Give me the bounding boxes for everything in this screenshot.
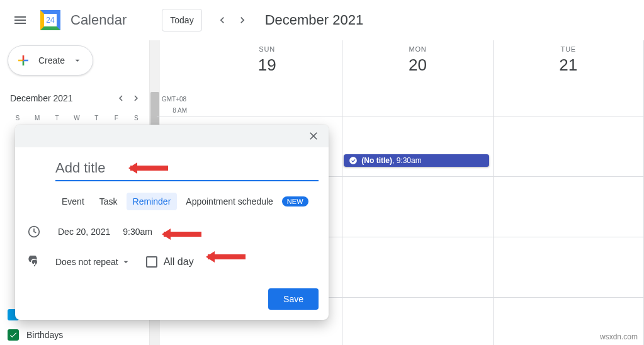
event-time: 9:30am: [397, 156, 422, 165]
annotation-arrow: [130, 166, 168, 171]
app-title: Calendar: [71, 12, 127, 28]
tab-task[interactable]: Task: [93, 193, 124, 210]
tab-event[interactable]: Event: [55, 193, 91, 210]
day-header[interactable]: MON 20: [342, 40, 493, 93]
allday-checkbox[interactable]: [146, 256, 157, 268]
repeat-value: Does not repeat: [55, 257, 118, 267]
repeat-row: Does not repeat All day: [55, 253, 319, 271]
repeat-select[interactable]: Does not repeat: [55, 253, 131, 271]
dow-cell: M: [27, 111, 47, 126]
create-event-dialog: Event Task Reminder Appointment schedule…: [15, 125, 329, 320]
main-menu-button[interactable]: [5, 5, 35, 35]
dow-cell: W: [67, 111, 86, 126]
check-icon: [9, 331, 18, 339]
dow-label: SUN: [192, 45, 342, 53]
app-header: 24 Calendar Today December 2021: [0, 0, 644, 40]
next-period-button[interactable]: [232, 10, 252, 30]
grid-header: SUN 19 MON 20 TUE 21: [157, 40, 644, 93]
calendar-item[interactable]: Birthdays: [8, 325, 156, 345]
chevron-left-icon: [216, 14, 229, 26]
day-header[interactable]: TUE 21: [494, 40, 644, 93]
dow-cell: S: [127, 111, 146, 126]
date-number: 20: [342, 55, 492, 75]
hamburger-icon: [13, 13, 28, 28]
dropdown-arrow-icon: [121, 257, 131, 267]
day-cell[interactable]: [192, 93, 342, 116]
chevron-left-icon: [115, 93, 127, 104]
prev-period-button[interactable]: [212, 10, 232, 30]
logo-day-number: 24: [40, 10, 60, 30]
create-label: Create: [38, 55, 65, 65]
mini-cal-prev[interactable]: [113, 91, 128, 106]
dow-cell: S: [8, 111, 27, 126]
watermark: wsxdn.com: [600, 332, 638, 341]
day-cell[interactable]: [342, 237, 493, 297]
calendar-checkbox[interactable]: [8, 329, 19, 341]
day-cell[interactable]: [342, 93, 493, 116]
plus-icon: [16, 53, 31, 68]
new-badge: NEW: [282, 196, 308, 206]
repeat-icon: [28, 256, 40, 268]
allday-label: All day: [164, 256, 194, 268]
mini-cal-dow-row: S M T W T F S: [8, 111, 146, 126]
time-picker[interactable]: 9:30am: [120, 223, 155, 240]
date-number: 21: [494, 55, 643, 75]
date-number: 19: [192, 55, 342, 75]
tab-reminder[interactable]: Reminder: [127, 193, 178, 210]
current-date-range[interactable]: December 2021: [265, 12, 364, 28]
event-title: (No title): [361, 156, 392, 165]
dow-label: MON: [342, 45, 492, 53]
mini-calendar: December 2021 S M T W T F S: [8, 91, 156, 126]
annotation-arrow: [208, 254, 246, 259]
close-icon: [307, 130, 320, 142]
chevron-right-icon: [130, 93, 142, 104]
save-button[interactable]: Save: [268, 288, 319, 310]
day-header[interactable]: SUN 19: [192, 40, 342, 93]
title-input[interactable]: [55, 157, 319, 181]
event-chip[interactable]: (No title), 9:30am: [344, 154, 489, 167]
day-cell[interactable]: [494, 177, 644, 237]
day-cell[interactable]: [494, 93, 644, 116]
allday-row: All day: [146, 256, 194, 268]
dow-cell: F: [106, 111, 126, 126]
date-nav: [212, 10, 252, 30]
clock-icon: [28, 225, 40, 238]
event-type-tabs: Event Task Reminder Appointment schedule…: [55, 193, 319, 210]
dialog-header[interactable]: [15, 125, 329, 147]
dropdown-arrow-icon: [72, 55, 82, 65]
annotation-arrow: [164, 232, 201, 237]
mini-cal-next[interactable]: [128, 91, 144, 106]
mini-cal-month[interactable]: December 2021: [10, 93, 73, 103]
close-button[interactable]: [303, 126, 324, 146]
day-cell[interactable]: [494, 237, 644, 297]
calendar-label: Birthdays: [26, 330, 63, 340]
day-cell[interactable]: (No title), 9:30am: [342, 116, 493, 176]
dow-cell: T: [47, 111, 67, 126]
dow-cell: T: [87, 111, 106, 126]
tab-appointment[interactable]: Appointment schedule: [179, 193, 280, 210]
day-cell[interactable]: [342, 298, 493, 345]
day-cell[interactable]: [494, 116, 644, 176]
today-button[interactable]: Today: [162, 9, 201, 31]
date-picker[interactable]: Dec 20, 2021: [55, 223, 113, 240]
chevron-right-icon: [236, 14, 249, 26]
calendar-logo: 24: [38, 8, 63, 33]
dow-label: TUE: [494, 45, 643, 53]
create-button[interactable]: Create: [8, 45, 93, 76]
reminder-icon: [349, 156, 358, 165]
day-cell[interactable]: [342, 177, 493, 237]
